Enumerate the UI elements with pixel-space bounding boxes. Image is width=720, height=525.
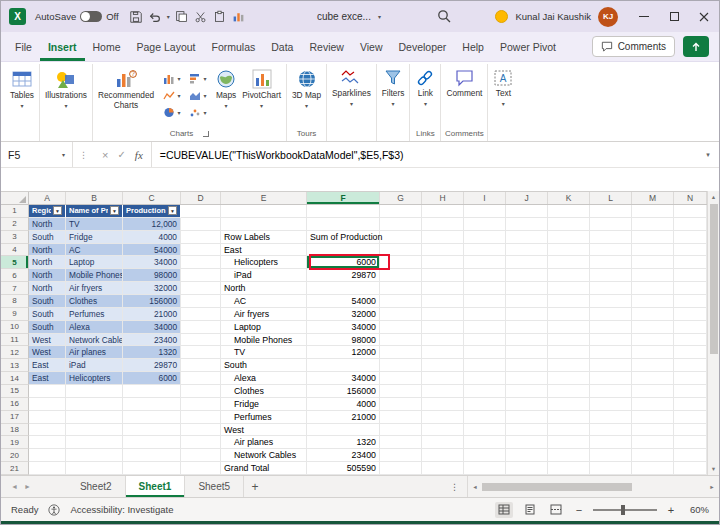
pivotchart-button[interactable]: PivotChart ▾ [239, 64, 284, 109]
cell-E20[interactable]: Network Cables [221, 449, 307, 462]
cell-A11[interactable]: West [29, 334, 66, 347]
cell-H13[interactable] [422, 359, 464, 372]
cell-A3[interactable]: South [29, 231, 66, 244]
cell-K9[interactable] [548, 308, 590, 321]
cell-K8[interactable] [548, 295, 590, 308]
cell-D20[interactable] [181, 449, 221, 462]
cell-L3[interactable] [590, 231, 632, 244]
recommended-charts-button[interactable]: ? Recommended Charts [95, 64, 157, 110]
insert-function-icon[interactable]: fx [135, 149, 143, 161]
cell-J13[interactable] [506, 359, 548, 372]
menu-tab-page-layout[interactable]: Page Layout [129, 32, 204, 61]
filters-button[interactable]: Filters ▾ [379, 64, 408, 107]
scroll-down-icon[interactable]: ▼ [708, 463, 719, 475]
cell-D16[interactable] [181, 398, 221, 411]
column-header-I[interactable]: I [464, 192, 506, 204]
row-header-17[interactable]: 17 [1, 411, 29, 424]
cell-K20[interactable] [548, 449, 590, 462]
cell-A1[interactable]: Region▼ [29, 205, 66, 218]
cell-G5[interactable] [380, 256, 422, 269]
cell-I8[interactable] [464, 295, 506, 308]
cell-E3[interactable]: Row Labels [221, 231, 307, 244]
filter-dropdown-icon[interactable]: ▼ [168, 206, 177, 215]
cell-H1[interactable] [422, 205, 464, 218]
row-header-12[interactable]: 12 [1, 346, 29, 359]
share-button[interactable] [683, 36, 709, 57]
cell-L16[interactable] [590, 398, 632, 411]
column-header-G[interactable]: G [380, 192, 422, 204]
cell-G15[interactable] [380, 385, 422, 398]
zoom-slider[interactable] [593, 509, 657, 511]
cell-D10[interactable] [181, 321, 221, 334]
horizontal-scroll-track[interactable] [482, 476, 705, 497]
row-header-1[interactable]: 1 [1, 205, 29, 218]
cell-K19[interactable] [548, 436, 590, 449]
cell-M6[interactable] [632, 269, 674, 282]
cell-F21[interactable]: 505590 [307, 462, 380, 475]
menu-tab-power-pivot[interactable]: Power Pivot [492, 32, 564, 61]
cell-K11[interactable] [548, 334, 590, 347]
cell-B11[interactable]: Network Cables [66, 334, 123, 347]
scroll-up-icon[interactable]: ▲ [708, 191, 719, 203]
cell-I20[interactable] [464, 449, 506, 462]
cell-D2[interactable] [181, 218, 221, 231]
row-header-8[interactable]: 8 [1, 295, 29, 308]
cell-G7[interactable] [380, 282, 422, 295]
cell-I4[interactable] [464, 244, 506, 257]
cell-G14[interactable] [380, 372, 422, 385]
cell-N12[interactable] [674, 346, 707, 359]
cell-K17[interactable] [548, 411, 590, 424]
cut-icon[interactable] [191, 7, 210, 26]
cell-A10[interactable]: South [29, 321, 66, 334]
cell-F17[interactable]: 21000 [307, 411, 380, 424]
cell-M18[interactable] [632, 424, 674, 437]
cell-J5[interactable] [506, 256, 548, 269]
cell-I11[interactable] [464, 334, 506, 347]
cell-H7[interactable] [422, 282, 464, 295]
cell-J16[interactable] [506, 398, 548, 411]
cell-G20[interactable] [380, 449, 422, 462]
cell-A19[interactable] [29, 436, 66, 449]
row-header-11[interactable]: 11 [1, 334, 29, 347]
cell-K4[interactable] [548, 244, 590, 257]
cell-B20[interactable] [66, 449, 123, 462]
column-header-N[interactable]: N [674, 192, 707, 204]
cell-A14[interactable]: East [29, 372, 66, 385]
cell-E14[interactable]: Alexa [221, 372, 307, 385]
cell-L14[interactable] [590, 372, 632, 385]
sheet-tab-sheet1[interactable]: Sheet1 [126, 476, 186, 497]
cell-I12[interactable] [464, 346, 506, 359]
vertical-scrollbar[interactable]: ▲ ▼ [707, 191, 719, 475]
cell-C8[interactable]: 156000 [123, 295, 181, 308]
cell-C13[interactable]: 29870 [123, 359, 181, 372]
minimize-button[interactable] [629, 1, 659, 32]
row-header-10[interactable]: 10 [1, 321, 29, 334]
cell-K14[interactable] [548, 372, 590, 385]
cell-C5[interactable]: 34000 [123, 256, 181, 269]
formulabar-drag-handle[interactable]: ⋮ [73, 142, 94, 167]
cell-A17[interactable] [29, 411, 66, 424]
cell-C6[interactable]: 98000 [123, 269, 181, 282]
cell-N4[interactable] [674, 244, 707, 257]
cell-G18[interactable] [380, 424, 422, 437]
cell-D15[interactable] [181, 385, 221, 398]
cell-E16[interactable]: Fridge [221, 398, 307, 411]
cell-E7[interactable]: North [221, 282, 307, 295]
cell-E6[interactable]: iPad [221, 269, 307, 282]
cell-J20[interactable] [506, 449, 548, 462]
cell-B12[interactable]: Air planes [66, 346, 123, 359]
cell-B17[interactable] [66, 411, 123, 424]
cell-L13[interactable] [590, 359, 632, 372]
cell-F16[interactable]: 4000 [307, 398, 380, 411]
row-header-3[interactable]: 3 [1, 231, 29, 244]
cell-K2[interactable] [548, 218, 590, 231]
cell-J10[interactable] [506, 321, 548, 334]
cell-D3[interactable] [181, 231, 221, 244]
cell-D6[interactable] [181, 269, 221, 282]
cell-C11[interactable]: 23400 [123, 334, 181, 347]
cell-E13[interactable]: South [221, 359, 307, 372]
cell-J18[interactable] [506, 424, 548, 437]
cell-C10[interactable]: 34000 [123, 321, 181, 334]
close-button[interactable] [689, 1, 719, 32]
cell-H12[interactable] [422, 346, 464, 359]
